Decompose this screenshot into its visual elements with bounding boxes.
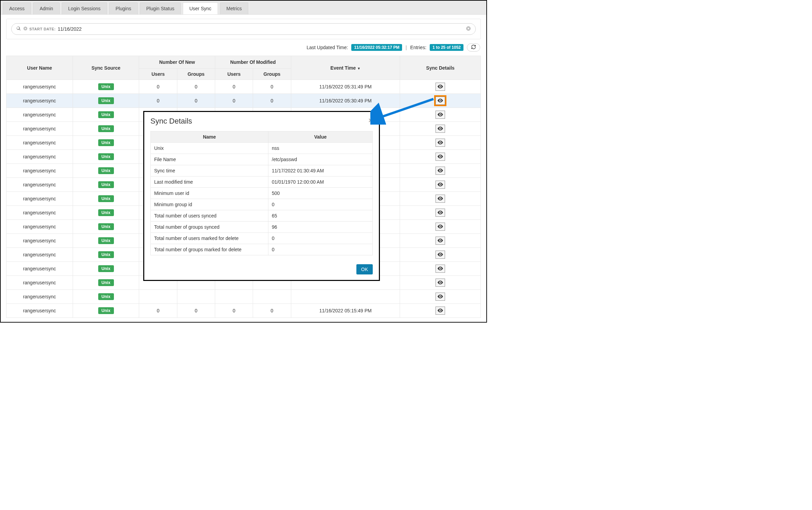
source-badge: Unix xyxy=(98,181,114,188)
svg-point-8 xyxy=(440,170,441,171)
cell-sync-details xyxy=(400,276,481,290)
cell-source: Unix xyxy=(73,234,139,248)
detail-name: File Name xyxy=(151,154,268,165)
cell-sync-details xyxy=(400,290,481,304)
view-details-button[interactable] xyxy=(435,139,445,147)
cell-source: Unix xyxy=(73,136,139,150)
tab-admin[interactable]: Admin xyxy=(33,2,60,14)
col-syncdetails: Sync Details xyxy=(400,56,481,80)
view-details-button[interactable] xyxy=(435,167,445,175)
col-new-groups[interactable]: Groups xyxy=(177,69,215,80)
detail-name: Sync time xyxy=(151,165,268,176)
tab-plugins[interactable]: Plugins xyxy=(109,2,138,14)
cell-sync-details xyxy=(400,94,481,108)
cell-username: rangerusersync xyxy=(6,94,73,108)
view-details-button[interactable] xyxy=(435,293,445,301)
clear-search-icon[interactable] xyxy=(466,26,471,32)
view-details-button[interactable] xyxy=(435,223,445,231)
view-details-button[interactable] xyxy=(435,181,445,189)
tab-metrics[interactable]: Metrics xyxy=(220,2,248,14)
view-details-button[interactable] xyxy=(435,111,445,119)
svg-point-3 xyxy=(440,100,441,101)
cell-sync-details xyxy=(400,248,481,262)
cell-sync-details xyxy=(400,192,481,206)
cell-sync-details xyxy=(400,136,481,150)
view-details-button[interactable] xyxy=(435,125,445,133)
detail-row: Minimum group id0 xyxy=(151,199,373,210)
tab-login-sessions[interactable]: Login Sessions xyxy=(62,2,107,14)
cell-sync-details xyxy=(400,206,481,220)
tab-access[interactable]: Access xyxy=(3,2,31,14)
view-details-button[interactable] xyxy=(435,265,445,273)
cell-source: Unix xyxy=(73,192,139,206)
detail-name: Last modified time xyxy=(151,176,268,188)
svg-point-11 xyxy=(440,212,441,213)
svg-point-9 xyxy=(440,184,441,185)
tab-user-sync[interactable]: User Sync xyxy=(183,2,218,14)
search-input[interactable]: START DATE: 11/16/2022 xyxy=(11,23,476,35)
detail-name: Total number of groups marked for delete xyxy=(151,244,268,255)
cell-username: rangerusersync xyxy=(6,108,73,122)
cell-source: Unix xyxy=(73,290,139,304)
col-syncsource[interactable]: Sync Source xyxy=(73,56,139,80)
source-badge: Unix xyxy=(98,223,114,230)
col-mod-groups[interactable]: Groups xyxy=(253,69,291,80)
svg-point-10 xyxy=(440,198,441,199)
cell-username: rangerusersync xyxy=(6,276,73,290)
col-new-users[interactable]: Users xyxy=(139,69,177,80)
source-badge: Unix xyxy=(98,195,114,202)
svg-point-13 xyxy=(440,240,441,241)
detail-row: Total number of users synced65 xyxy=(151,210,373,222)
cell-mod-users: 0 xyxy=(215,94,253,108)
view-details-button[interactable] xyxy=(435,279,445,287)
detail-value: 500 xyxy=(268,188,373,199)
view-details-button[interactable] xyxy=(435,307,445,315)
detail-value: 96 xyxy=(268,222,373,233)
cell-sync-details xyxy=(400,178,481,192)
cell-event-time: 11/16/2022 05:15:49 PM xyxy=(291,304,400,318)
detail-col-name: Name xyxy=(151,131,268,143)
detail-value: 11/17/2022 01:30:49 AM xyxy=(268,165,373,176)
detail-name: Total number of users marked for delete xyxy=(151,233,268,244)
cell-source: Unix xyxy=(73,276,139,290)
ok-button[interactable]: OK xyxy=(356,264,373,274)
detail-row: Total number of groups synced96 xyxy=(151,222,373,233)
view-details-button[interactable] xyxy=(435,195,445,203)
svg-point-15 xyxy=(440,268,441,269)
refresh-button[interactable] xyxy=(467,43,480,52)
table-row: rangerusersyncUnix000011/16/2022 05:30:4… xyxy=(6,94,481,108)
view-details-button[interactable] xyxy=(435,237,445,245)
modal-close-button[interactable]: × xyxy=(368,117,373,124)
view-details-button[interactable] xyxy=(435,153,445,161)
cell-new-users: 0 xyxy=(139,80,177,94)
cell-source: Unix xyxy=(73,304,139,318)
col-mod-users[interactable]: Users xyxy=(215,69,253,80)
last-updated-value: 11/16/2022 05:32:17 PM xyxy=(351,44,402,51)
svg-point-16 xyxy=(440,282,441,283)
cell-source: Unix xyxy=(73,220,139,234)
sync-details-table: Name Value UnixnssFile Name/etc/passwdSy… xyxy=(150,131,373,255)
svg-point-12 xyxy=(440,226,441,227)
tab-plugin-status[interactable]: Plugin Status xyxy=(140,2,181,14)
entries-value: 1 to 25 of 1052 xyxy=(430,44,463,51)
cell-new-groups: 0 xyxy=(177,304,215,318)
svg-point-4 xyxy=(440,114,441,115)
source-badge: Unix xyxy=(98,307,114,314)
cell-mod-groups xyxy=(253,290,291,304)
view-details-button[interactable] xyxy=(435,83,445,91)
clear-filter-icon[interactable] xyxy=(24,27,27,31)
view-details-button[interactable] xyxy=(435,97,445,105)
cell-username: rangerusersync xyxy=(6,234,73,248)
view-details-button[interactable] xyxy=(435,251,445,259)
view-details-button[interactable] xyxy=(435,209,445,217)
detail-row: Total number of users marked for delete0 xyxy=(151,233,373,244)
detail-row: Last modified time01/01/1970 12:00:00 AM xyxy=(151,176,373,188)
detail-value: 0 xyxy=(268,233,373,244)
modal-title: Sync Details xyxy=(150,117,192,126)
cell-source: Unix xyxy=(73,122,139,136)
detail-name: Minimum group id xyxy=(151,199,268,210)
cell-sync-details xyxy=(400,122,481,136)
cell-new-users: 0 xyxy=(139,304,177,318)
col-username[interactable]: User Name xyxy=(6,56,73,80)
col-eventtime[interactable]: Event Time▼ xyxy=(291,56,400,80)
